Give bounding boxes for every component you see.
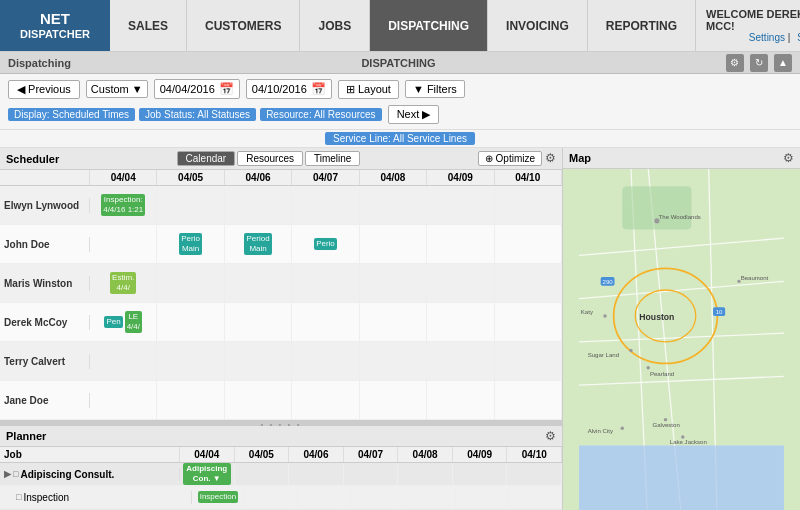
day-cell[interactable] (360, 381, 427, 419)
event-block[interactable]: Perio (314, 238, 337, 250)
sub-header-right: ⚙ ↻ ▲ (726, 54, 792, 72)
day-cell[interactable] (292, 186, 359, 224)
map-settings-icon[interactable]: ⚙ (783, 151, 794, 165)
date-from-field[interactable]: 04/04/2016 📅 (154, 79, 240, 99)
next-button[interactable]: Next ▶ (388, 105, 440, 124)
planner-day-cell[interactable]: Adipiscing Con. ▼ (180, 463, 235, 485)
planner-day-cell[interactable] (289, 463, 344, 485)
day-cell[interactable] (157, 303, 224, 341)
filter-resource[interactable]: Resource: All Resources (260, 108, 382, 121)
event-block[interactable]: Inspection:4/4/16 1:21 (101, 194, 145, 215)
planner-day-cell[interactable] (509, 486, 562, 508)
day-cell[interactable] (427, 225, 494, 263)
map-area[interactable]: Houston The Woodlands Katy Sugar Land Pe… (563, 169, 800, 510)
day-cell[interactable] (90, 342, 157, 380)
day-cell[interactable] (495, 186, 562, 224)
day-cell[interactable] (292, 264, 359, 302)
planner-day-5: 04/09 (453, 447, 508, 462)
expand-icon[interactable]: ▲ (774, 54, 792, 72)
nav-jobs[interactable]: JOBS (300, 0, 370, 51)
filter-display[interactable]: Display: Scheduled Times (8, 108, 135, 121)
nav-invoicing[interactable]: INVOICING (488, 0, 588, 51)
planner-day-cell[interactable]: Inspection (192, 486, 245, 508)
scheduler-settings-icon[interactable]: ⚙ (545, 151, 556, 166)
day-cell[interactable] (427, 186, 494, 224)
day-cell[interactable] (292, 303, 359, 341)
tab-calendar[interactable]: Calendar (177, 151, 236, 166)
day-cell[interactable] (427, 381, 494, 419)
prev-button[interactable]: ◀ Previous (8, 80, 80, 99)
day-cell[interactable] (157, 342, 224, 380)
event-block[interactable]: Estim.4/4/ (110, 272, 136, 293)
day-cell[interactable] (225, 186, 292, 224)
day-cell[interactable] (90, 225, 157, 263)
day-cell[interactable]: PerioMain (157, 225, 224, 263)
day-cell[interactable] (157, 381, 224, 419)
day-cell[interactable] (90, 381, 157, 419)
date-to-field[interactable]: 04/10/2016 📅 (246, 79, 332, 99)
planner-day-cell[interactable] (456, 486, 509, 508)
filter-job-status[interactable]: Job Status: All Statuses (139, 108, 256, 121)
event-block[interactable]: PerioMain (179, 233, 202, 254)
nav-dispatching[interactable]: DISPATCHING (370, 0, 488, 51)
tab-resources[interactable]: Resources (237, 151, 303, 166)
day-cell[interactable] (495, 303, 562, 341)
day-cell[interactable]: Perio (292, 225, 359, 263)
planner-day-2: 04/06 (289, 447, 344, 462)
event-block[interactable]: PeriodMain (244, 233, 271, 254)
map-header: Map ⚙ (563, 148, 800, 169)
day-cell[interactable] (292, 342, 359, 380)
day-cell[interactable] (427, 303, 494, 341)
day-cell[interactable] (360, 225, 427, 263)
day-cell[interactable]: Inspection:4/4/16 1:21 (90, 186, 157, 224)
day-cell[interactable] (360, 303, 427, 341)
filter-service-line[interactable]: Service Line: All Service Lines (325, 132, 475, 145)
expand-icon[interactable]: ▶ (4, 469, 11, 479)
day-cell[interactable] (360, 342, 427, 380)
planner-day-cell[interactable] (453, 463, 508, 485)
day-cell[interactable] (225, 303, 292, 341)
layout-button[interactable]: ⊞ Layout (338, 80, 399, 99)
refresh-icon[interactable]: ↻ (750, 54, 768, 72)
planner-day-cell[interactable] (245, 486, 298, 508)
optimize-button[interactable]: ⊕ Optimize (478, 151, 542, 166)
day-cell[interactable]: Estim.4/4/ (90, 264, 157, 302)
planner-day-cell[interactable] (235, 463, 290, 485)
day-cell[interactable] (495, 381, 562, 419)
day-cell[interactable] (360, 186, 427, 224)
planner-settings-icon[interactable]: ⚙ (545, 429, 556, 443)
tab-timeline[interactable]: Timeline (305, 151, 360, 166)
day-cell[interactable]: Pen LE4/4/ (90, 303, 157, 341)
nav-customers[interactable]: CUSTOMERS (187, 0, 300, 51)
planner-day-cell[interactable] (344, 463, 399, 485)
event-block[interactable]: Pen (104, 316, 122, 328)
planner-event[interactable]: Inspection (198, 491, 238, 503)
job-label: Adipiscing Consult. (20, 469, 114, 480)
planner-day-cell[interactable] (398, 463, 453, 485)
nav-reporting[interactable]: REPORTING (588, 0, 696, 51)
settings-icon[interactable]: ⚙ (726, 54, 744, 72)
planner-day-cell[interactable] (298, 486, 351, 508)
custom-select[interactable]: Custom ▼ (86, 80, 148, 98)
filters-button[interactable]: ▼ Filters (405, 80, 465, 98)
day-cell[interactable] (292, 381, 359, 419)
day-cell[interactable] (427, 264, 494, 302)
planner-event[interactable]: Adipiscing Con. ▼ (183, 463, 231, 484)
nav-sales[interactable]: SALES (110, 0, 187, 51)
day-cell[interactable] (427, 342, 494, 380)
day-cell[interactable] (225, 264, 292, 302)
planner-day-cell[interactable] (507, 463, 562, 485)
planner-day-cell[interactable] (403, 486, 456, 508)
day-cell[interactable] (495, 225, 562, 263)
day-cell[interactable] (225, 381, 292, 419)
day-cell[interactable] (360, 264, 427, 302)
day-cell[interactable] (495, 264, 562, 302)
day-cell[interactable] (495, 342, 562, 380)
settings-link[interactable]: Settings (749, 32, 785, 43)
day-cell[interactable] (225, 342, 292, 380)
day-cell[interactable] (157, 186, 224, 224)
event-block[interactable]: LE4/4/ (125, 311, 142, 332)
day-cell[interactable] (157, 264, 224, 302)
day-cell[interactable]: PeriodMain (225, 225, 292, 263)
planner-day-cell[interactable] (351, 486, 404, 508)
